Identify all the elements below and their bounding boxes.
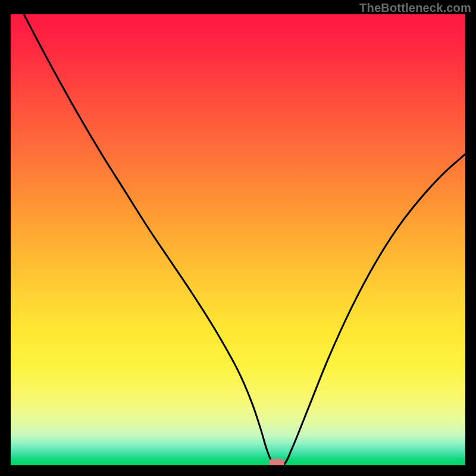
chart-frame: TheBottleneck.com: [0, 0, 476, 476]
optimal-marker: [269, 459, 284, 465]
plot-area: [11, 14, 465, 465]
watermark-text: TheBottleneck.com: [359, 1, 471, 15]
bottleneck-curve: [11, 14, 465, 465]
